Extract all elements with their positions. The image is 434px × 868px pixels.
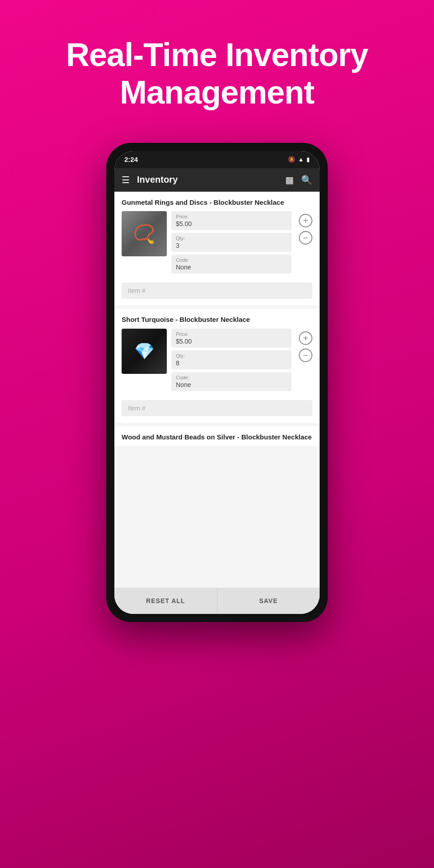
- item-2-controls: + −: [296, 329, 312, 362]
- search-icon[interactable]: 🔍: [301, 175, 312, 185]
- item-1-code-value: None: [176, 264, 287, 271]
- item-2-code-value: None: [176, 381, 287, 388]
- item-2-title: Short Turquoise - Blockbuster Necklace: [114, 309, 320, 329]
- item-1-title: Gunmetal Rings and Discs - Blockbuster N…: [114, 192, 320, 212]
- item-1-price-value: $5.00: [176, 220, 287, 227]
- item-2-decrement-button[interactable]: −: [299, 349, 312, 362]
- hero-title: Real-Time Inventory Management: [0, 36, 434, 111]
- save-button[interactable]: SAVE: [217, 588, 320, 614]
- item-2-number-input[interactable]: Item #: [122, 400, 312, 416]
- item-2-price-label: Price:: [176, 331, 287, 337]
- inventory-item-3: Wood and Mustard Beads on Silver - Block…: [114, 426, 320, 446]
- item-1-decrement-button[interactable]: −: [299, 231, 312, 245]
- item-2-qty-field[interactable]: Qty: 8: [171, 350, 292, 369]
- item-1-code-label: Code:: [176, 257, 287, 263]
- app-bar-title: Inventory: [137, 175, 285, 185]
- item-2-price-field: Price: $5.00: [171, 329, 292, 348]
- phone-screen: 2:24 🔕 ▲ ▮ ☰ Inventory ▦ 🔍 Gunmetal Ring…: [114, 151, 320, 614]
- item-2-fields: Price: $5.00 Qty: 8 Code: None: [171, 329, 292, 394]
- item-2-code-label: Code:: [176, 375, 287, 380]
- action-bar: RESET ALL SAVE: [114, 588, 320, 614]
- item-1-controls: + −: [296, 211, 312, 245]
- item-1-body: Price: $5.00 Qty: 3 Code: None: [114, 211, 320, 283]
- item-1-increment-button[interactable]: +: [299, 214, 312, 227]
- item-2-increment-button[interactable]: +: [299, 331, 312, 345]
- content-area[interactable]: Gunmetal Rings and Discs - Blockbuster N…: [114, 192, 320, 588]
- item-2-number-row: Item #: [114, 400, 320, 423]
- item-1-qty-label: Qty:: [176, 236, 287, 241]
- item-1-price-field: Price: $5.00: [171, 211, 292, 230]
- item-1-number-row: Item #: [114, 283, 320, 305]
- inventory-item-1: Gunmetal Rings and Discs - Blockbuster N…: [114, 192, 320, 306]
- status-bar: 2:24 🔕 ▲ ▮: [114, 151, 320, 168]
- item-2-qty-value: 8: [176, 359, 287, 367]
- status-time: 2:24: [124, 156, 138, 163]
- menu-icon[interactable]: ☰: [122, 175, 130, 185]
- phone-device: 2:24 🔕 ▲ ▮ ☰ Inventory ▦ 🔍 Gunmetal Ring…: [106, 143, 328, 622]
- item-2-price-value: $5.00: [176, 338, 287, 345]
- barcode-icon[interactable]: ▦: [285, 175, 294, 185]
- item-1-price-label: Price:: [176, 214, 287, 219]
- item-1-number-input[interactable]: Item #: [122, 283, 312, 299]
- reset-all-button[interactable]: RESET ALL: [114, 588, 217, 614]
- item-1-qty-field[interactable]: Qty: 3: [171, 233, 292, 252]
- item-2-code-field: Code: None: [171, 372, 292, 391]
- status-icons: 🔕 ▲ ▮: [288, 156, 310, 163]
- item-1-image: [122, 211, 167, 256]
- app-bar-action-icons: ▦ 🔍: [285, 175, 312, 185]
- notification-icon: 🔕: [288, 156, 295, 163]
- item-1-code-field: Code: None: [171, 255, 292, 274]
- battery-icon: ▮: [307, 156, 310, 163]
- inventory-item-2: Short Turquoise - Blockbuster Necklace P…: [114, 309, 320, 423]
- item-2-image: [122, 329, 167, 374]
- item-3-title: Wood and Mustard Beads on Silver - Block…: [114, 426, 320, 446]
- item-1-qty-value: 3: [176, 242, 287, 249]
- item-2-qty-label: Qty:: [176, 353, 287, 359]
- item-2-body: Price: $5.00 Qty: 8 Code: None: [114, 329, 320, 400]
- app-bar: ☰ Inventory ▦ 🔍: [114, 168, 320, 192]
- item-1-fields: Price: $5.00 Qty: 3 Code: None: [171, 211, 292, 276]
- wifi-icon: ▲: [298, 156, 304, 163]
